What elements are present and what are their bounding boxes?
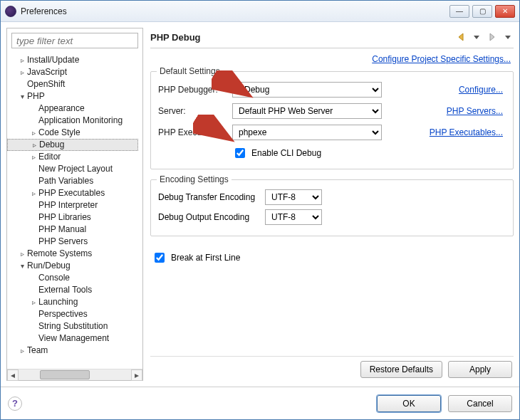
php-servers-link[interactable]: PHP Servers... — [447, 106, 503, 116]
tree-item[interactable]: ▹Editor — [7, 151, 142, 163]
scroll-right-icon[interactable]: ▸ — [131, 369, 142, 381]
maximize-button[interactable]: ▢ — [472, 5, 492, 18]
php-executable-select[interactable]: phpexe — [232, 125, 382, 140]
tree-item[interactable]: PHP Servers — [7, 236, 142, 248]
break-first-line-checkbox[interactable] — [155, 253, 165, 263]
expand-icon[interactable]: ▹ — [19, 345, 26, 357]
tree-item-label: Application Monitoring — [38, 115, 123, 127]
cancel-button[interactable]: Cancel — [448, 395, 512, 412]
titlebar: Preferences — ▢ ✕ — [1, 1, 519, 22]
transfer-encoding-label: Debug Transfer Encoding — [158, 192, 265, 202]
tree-item-label: PHP Servers — [38, 236, 88, 248]
tree-item-label: Debug — [39, 139, 64, 151]
expand-icon[interactable]: ▹ — [30, 151, 37, 163]
tree-item[interactable]: Appearance — [7, 103, 142, 115]
expand-icon[interactable]: ▹ — [19, 54, 26, 66]
nav-forward-button[interactable] — [487, 31, 498, 43]
annotation-arrow-icon — [212, 70, 254, 99]
tree-item[interactable]: New Project Layout — [7, 163, 142, 175]
transfer-encoding-select[interactable]: UTF-8 — [265, 189, 322, 205]
preferences-tree[interactable]: ▹Install/Update▹JavaScriptOpenShift▾PHPA… — [7, 53, 142, 369]
tree-item-label: String Substitution — [38, 320, 108, 332]
tree-item-label: Editor — [38, 151, 61, 163]
tree-item-label: Perspectives — [38, 308, 88, 320]
close-button[interactable]: ✕ — [495, 5, 515, 18]
tree-item[interactable]: ▹Team — [7, 345, 142, 357]
configure-link[interactable]: Configure... — [459, 85, 503, 95]
tree-item[interactable]: ▹Launching — [7, 296, 142, 308]
ok-button[interactable]: OK — [377, 395, 441, 412]
expand-icon[interactable]: ▾ — [19, 90, 26, 103]
expand-icon[interactable]: ▹ — [31, 139, 38, 151]
tree-item[interactable]: PHP Libraries — [7, 211, 142, 224]
tree-item[interactable]: ▹Install/Update — [7, 54, 142, 66]
svg-line-1 — [197, 118, 225, 136]
scroll-left-icon[interactable]: ◂ — [7, 369, 19, 381]
window-controls: — ▢ ✕ — [449, 5, 515, 18]
configure-project-link[interactable]: Configure Project Specific Settings... — [372, 54, 511, 64]
apply-button[interactable]: Apply — [448, 361, 512, 378]
enable-cli-debug-label: Enable CLI Debug — [251, 148, 321, 158]
tree-item[interactable]: OpenShift — [7, 78, 142, 90]
php-debugger-select[interactable]: XDebug — [232, 82, 382, 98]
expand-icon[interactable]: ▹ — [19, 248, 26, 260]
tree-item[interactable]: ▹PHP Executables — [7, 187, 142, 199]
encoding-settings-legend: Encoding Settings — [157, 174, 232, 184]
tree-item[interactable]: External Tools — [7, 284, 142, 296]
nav-forward-menu[interactable] — [502, 31, 514, 43]
break-first-line-label: Break at First Line — [171, 253, 240, 263]
output-encoding-select[interactable]: UTF-8 — [265, 209, 322, 225]
tree-item-label: Remote Systems — [27, 248, 92, 260]
enable-cli-debug-checkbox[interactable] — [235, 148, 245, 158]
expand-icon[interactable]: ▹ — [30, 187, 37, 199]
tree-item-label: Appearance — [38, 103, 85, 115]
help-icon[interactable]: ? — [8, 397, 22, 411]
nav-back-button[interactable] — [455, 31, 467, 43]
tree-item[interactable]: ▹Debug — [7, 139, 138, 151]
tree-item-label: JavaScript — [27, 66, 67, 78]
encoding-settings-group: Encoding Settings Debug Transfer Encodin… — [150, 179, 514, 236]
page-title: PHP Debug — [150, 32, 455, 43]
expand-icon[interactable]: ▾ — [19, 260, 26, 272]
tree-item[interactable]: String Substitution — [7, 320, 142, 332]
tree-item-label: PHP Interpreter — [38, 199, 98, 211]
tree-item[interactable]: PHP Manual — [7, 224, 142, 236]
tree-item[interactable]: ▹Remote Systems — [7, 248, 142, 260]
preferences-tree-panel: ▹Install/Update▹JavaScriptOpenShift▾PHPA… — [6, 28, 143, 381]
expand-icon[interactable]: ▹ — [30, 127, 37, 139]
restore-defaults-button[interactable]: Restore Defaults — [360, 361, 442, 378]
output-encoding-label: Debug Output Encoding — [158, 212, 265, 222]
tree-item[interactable]: Perspectives — [7, 308, 142, 320]
horizontal-scrollbar[interactable]: ◂ ▸ — [7, 369, 142, 380]
tree-item-label: OpenShift — [27, 78, 65, 90]
php-executables-link[interactable]: PHP Executables... — [430, 127, 503, 137]
expand-icon[interactable]: ▹ — [19, 66, 26, 78]
annotation-arrow-icon — [193, 115, 236, 143]
tree-item[interactable]: Application Monitoring — [7, 115, 142, 127]
tree-item-label: PHP Executables — [38, 187, 105, 199]
tree-item-label: Run/Debug — [27, 260, 71, 272]
tree-item-label: Code Style — [38, 127, 80, 139]
minimize-button[interactable]: — — [449, 5, 469, 18]
tree-item-label: PHP Libraries — [38, 211, 91, 224]
tree-item[interactable]: PHP Interpreter — [7, 199, 142, 211]
tree-item[interactable]: Path Variables — [7, 175, 142, 187]
preference-page: PHP Debug Configure Project Specific Set… — [143, 28, 514, 381]
tree-item[interactable]: ▾Run/Debug — [7, 260, 142, 272]
svg-line-0 — [215, 74, 244, 92]
tree-item[interactable]: ▹Code Style — [7, 127, 142, 139]
tree-item[interactable]: ▹JavaScript — [7, 66, 142, 78]
server-select[interactable]: Default PHP Web Server — [232, 103, 382, 119]
dialog-footer: ? OK Cancel — [1, 387, 519, 419]
nav-back-menu[interactable] — [471, 31, 482, 43]
tree-item[interactable]: View Management — [7, 332, 142, 345]
tree-item[interactable]: Console — [7, 272, 142, 284]
tree-item[interactable]: ▾PHP — [7, 90, 142, 103]
tree-item-label: External Tools — [38, 284, 92, 296]
filter-input[interactable] — [11, 33, 138, 48]
tree-item-label: View Management — [38, 332, 109, 345]
expand-icon[interactable]: ▹ — [30, 296, 37, 308]
scroll-thumb[interactable] — [40, 370, 90, 379]
tree-item-label: Launching — [38, 296, 78, 308]
tree-item-label: New Project Layout — [38, 163, 113, 175]
